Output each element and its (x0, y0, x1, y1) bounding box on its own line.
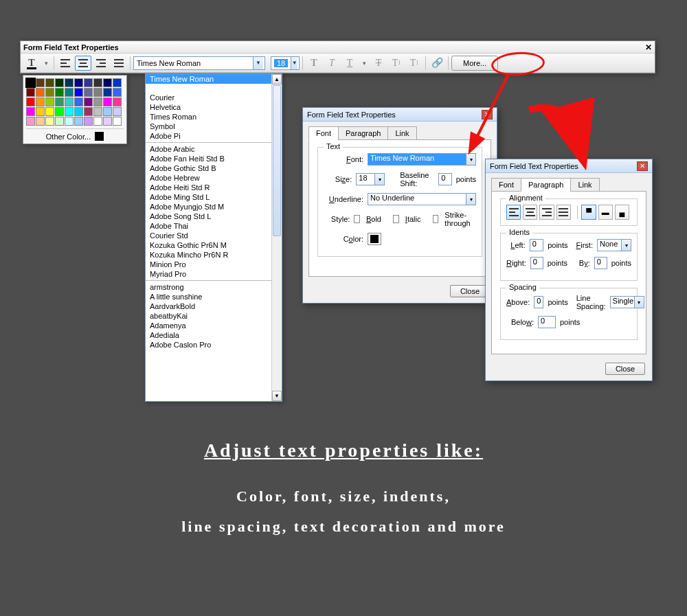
strikethrough-button[interactable]: T (370, 56, 387, 71)
font-option[interactable]: Adobe Pi (146, 131, 282, 141)
tab-font[interactable]: Font (308, 126, 339, 140)
color-button[interactable] (368, 233, 381, 245)
font-option[interactable]: Adobe Heiti Std R (146, 183, 282, 192)
color-swatch[interactable] (74, 98, 83, 106)
tab-link[interactable]: Link (387, 126, 416, 140)
color-swatch[interactable] (26, 98, 35, 106)
close-icon[interactable]: ✕ (482, 110, 493, 119)
chevron-down-icon[interactable]: ▼ (253, 57, 263, 69)
color-swatch[interactable] (65, 78, 74, 87)
below-input[interactable]: 0 (538, 316, 556, 328)
color-swatch[interactable] (84, 88, 93, 97)
left-input[interactable]: 0 (530, 239, 543, 251)
font-option[interactable]: Times New Roman (146, 74, 282, 84)
font-combo[interactable]: Times New Roman ▼ (133, 56, 265, 70)
color-swatch[interactable] (55, 88, 64, 97)
font-option[interactable]: Adediala (146, 330, 282, 340)
first-select[interactable]: None ▾ (597, 239, 631, 251)
font-option[interactable]: Courier Std (146, 231, 282, 240)
color-swatch[interactable] (65, 98, 74, 106)
color-swatch[interactable] (55, 117, 64, 126)
align-left-button[interactable] (506, 205, 521, 220)
color-swatch[interactable] (93, 117, 102, 126)
color-swatch[interactable] (45, 117, 54, 126)
font-option[interactable]: abeatbyKai (146, 311, 282, 321)
tab-paragraph[interactable]: Paragraph (338, 126, 388, 140)
color-swatch[interactable] (113, 117, 122, 126)
chevron-down-icon[interactable]: ▾ (466, 193, 476, 205)
font-option[interactable]: armstrong (146, 282, 282, 292)
color-swatch[interactable] (103, 107, 112, 116)
color-swatch[interactable] (93, 88, 102, 97)
chevron-down-icon[interactable]: ▾ (635, 296, 644, 308)
tab-paragraph[interactable]: Paragraph (521, 178, 571, 192)
baseline-input[interactable]: 0 (438, 173, 451, 185)
font-option[interactable]: Adamenya (146, 321, 282, 330)
font-option[interactable]: Helvetica (146, 102, 282, 112)
font-option[interactable]: Minion Pro (146, 260, 282, 269)
color-swatch[interactable] (65, 107, 74, 116)
font-option[interactable]: Courier (146, 93, 282, 102)
color-swatch[interactable] (65, 117, 74, 126)
valign-bottom-button[interactable]: ▄ (615, 205, 629, 220)
font-option[interactable]: Adobe Hebrew (146, 173, 282, 183)
size-value[interactable]: 18 (356, 173, 375, 185)
color-swatch[interactable] (45, 98, 54, 106)
color-swatch[interactable] (36, 78, 45, 87)
color-swatch[interactable] (84, 98, 93, 106)
color-swatch[interactable] (74, 88, 83, 97)
font-dropdown-list[interactable]: Times New RomanCourierHelveticaTimes Rom… (145, 73, 282, 402)
font-option[interactable]: Symbol (146, 122, 282, 131)
color-swatch[interactable] (26, 117, 35, 126)
color-swatch[interactable] (45, 107, 54, 116)
color-swatch[interactable] (65, 88, 74, 97)
color-swatch[interactable] (113, 78, 122, 87)
color-swatch[interactable] (26, 78, 35, 87)
font-option[interactable]: Adobe Caslon Pro (146, 340, 282, 350)
text-color-dropdown-icon[interactable]: ▾ (41, 56, 51, 71)
align-right-button[interactable] (539, 205, 554, 220)
bold-checkbox[interactable] (354, 215, 360, 223)
subscript-button[interactable]: T1 (406, 56, 423, 71)
chevron-down-icon[interactable]: ▾ (622, 239, 631, 251)
color-swatch[interactable] (36, 107, 45, 116)
close-button[interactable]: Close (605, 363, 645, 375)
color-swatch[interactable] (93, 107, 102, 116)
color-swatch[interactable] (26, 88, 35, 97)
color-swatch[interactable] (113, 107, 122, 116)
other-color-row[interactable]: Other Color... (26, 128, 124, 141)
color-swatch[interactable] (36, 98, 45, 106)
color-swatch[interactable] (84, 117, 93, 126)
color-swatch[interactable] (93, 78, 102, 87)
font-option[interactable]: Adobe Gothic Std B (146, 163, 282, 173)
scrollbar[interactable]: ▲ ▼ (271, 74, 282, 401)
valign-top-button[interactable]: ▀ (581, 205, 596, 220)
color-swatch[interactable] (36, 88, 45, 97)
link-icon[interactable]: 🔗 (429, 56, 445, 71)
underline-select[interactable]: No Underline ▾ (368, 193, 476, 205)
color-swatch[interactable] (55, 78, 64, 87)
font-option[interactable]: Adobe Myungjo Std M (146, 202, 282, 212)
color-swatch[interactable] (103, 88, 112, 97)
color-swatch[interactable] (26, 107, 35, 116)
align-right-button[interactable] (93, 56, 109, 71)
tab-font[interactable]: Font (491, 178, 521, 192)
color-swatch[interactable] (84, 78, 93, 87)
scroll-thumb[interactable] (273, 85, 281, 236)
color-swatch[interactable] (45, 78, 54, 87)
above-input[interactable]: 0 (534, 296, 543, 308)
superscript-button[interactable]: T1 (388, 56, 405, 71)
chevron-down-icon[interactable]: ▾ (466, 153, 476, 166)
font-option[interactable]: Times Roman (146, 112, 282, 122)
size-combo[interactable]: 18 ▼ (271, 56, 300, 70)
other-color-swatch[interactable] (95, 132, 104, 141)
valign-middle-button[interactable]: ▬ (598, 205, 613, 220)
text-color-button[interactable]: T (23, 56, 40, 71)
more-button[interactable]: More... (451, 56, 498, 71)
font-option[interactable]: Adobe Arabic (146, 144, 282, 154)
italic-checkbox[interactable] (393, 215, 399, 223)
font-option[interactable]: Adobe Song Std L (146, 212, 282, 221)
by-input[interactable]: 0 (594, 257, 607, 269)
color-swatch[interactable] (74, 117, 83, 126)
font-option[interactable]: AardvarkBold (146, 301, 282, 311)
